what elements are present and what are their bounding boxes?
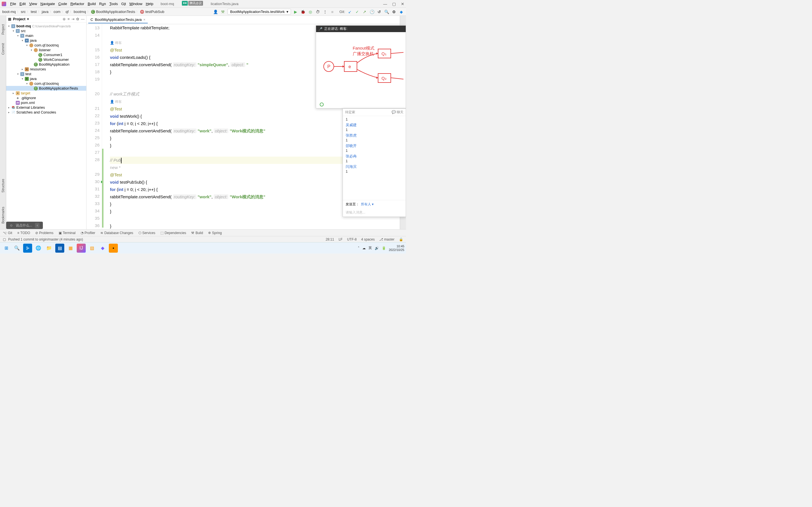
stop-button[interactable]: ■ [330, 10, 335, 14]
tree-java[interactable]: ▾▪java [6, 38, 86, 43]
chat-input[interactable]: 请输入消息... [343, 209, 406, 217]
git-rollback-icon[interactable]: ↺ [377, 10, 382, 14]
tree-main[interactable]: ▾▪main [6, 33, 86, 38]
tw-build[interactable]: ⚒ Build [191, 231, 203, 235]
sidebar-tab-structure[interactable]: Structure [1, 179, 5, 193]
vscode-icon[interactable]: ⊱ [23, 244, 32, 252]
tree-target[interactable]: ▸▪target [6, 91, 86, 96]
menu-help[interactable]: Help [144, 2, 155, 6]
sidebar-tab-bookmarks[interactable]: Bookmarks [1, 207, 5, 224]
menu-file[interactable]: File [8, 2, 18, 6]
tree-src[interactable]: ▾▪src [6, 29, 86, 33]
app-icon[interactable]: ▦ [66, 244, 75, 252]
tree-consumer1[interactable]: CConsumer1 [6, 52, 86, 57]
close-icon[interactable]: ✕ [401, 2, 404, 6]
tw-git[interactable]: ⌥ Git [3, 231, 12, 235]
tree-pom[interactable]: mpom.xml [6, 100, 86, 105]
maximize-icon[interactable]: ▢ [392, 2, 396, 6]
tw-terminal[interactable]: ▣ Terminal [59, 231, 75, 235]
chrome-icon[interactable]: 🌐 [34, 244, 43, 252]
menu-git[interactable]: Git [119, 2, 128, 6]
search-everywhere-icon[interactable]: 🔍 [384, 10, 389, 14]
tw-problems[interactable]: ⊘ Problems [35, 231, 54, 235]
menu-navigate[interactable]: Navigate [39, 2, 56, 6]
select-opened-file-icon[interactable]: ⊕ [63, 17, 66, 21]
meeting-icon[interactable]: ▤ [55, 244, 64, 252]
tw-deps[interactable]: ⬚ Dependencies [160, 231, 186, 235]
settings-icon[interactable]: ⚙ [391, 10, 396, 14]
menu-tools[interactable]: Tools [108, 2, 119, 6]
tree-test-class[interactable]: CBootMqApplicationTests [6, 86, 86, 91]
meeting-chat-panel[interactable]: 待定家💬 聊天 1 吴威建1 张胜虎1 邵晓开1 张必冉1 闫海滨1 发送至：所… [343, 108, 406, 217]
status-encoding[interactable]: UTF-8 [347, 237, 357, 241]
app3-icon[interactable]: ◆ [98, 244, 107, 252]
chevron-down-icon[interactable]: ▾ [27, 17, 29, 21]
send-to-select[interactable]: 所有人 ▾ [361, 202, 373, 207]
crumb-bootmq[interactable]: bootmq [73, 10, 86, 14]
collapse-all-icon[interactable]: ⇥ [71, 17, 74, 21]
assist-bubble[interactable]: ☺ 说点什么... ‹ [6, 222, 43, 229]
settings-gear-icon[interactable]: ✿ [76, 17, 79, 21]
status-linesep[interactable]: LF [339, 237, 343, 241]
menu-view[interactable]: View [28, 2, 39, 6]
tw-profiler[interactable]: ◔ Profiler [81, 231, 95, 235]
status-indent[interactable]: 4 spaces [361, 237, 375, 241]
plugin-icon[interactable]: ◆ [399, 10, 404, 14]
tw-todo[interactable]: ≡ TODO [17, 231, 30, 235]
project-panel-title[interactable]: Project [13, 17, 26, 21]
user-icon[interactable]: 👤 [213, 10, 218, 14]
minimize-icon[interactable]: — [383, 2, 387, 6]
tree-extlib[interactable]: ▸📚External Libraries [6, 105, 86, 110]
volume-icon[interactable]: 🔊 [375, 246, 379, 250]
onedrive-icon[interactable]: ☁ [362, 246, 366, 250]
tree-test[interactable]: ▾▪test [6, 71, 86, 76]
sidebar-tab-commit[interactable]: Commit [1, 43, 5, 55]
clock[interactable]: 10:45 2022/10/25 [389, 244, 404, 252]
run-button[interactable]: ▶ [293, 10, 298, 14]
profile-button[interactable]: ⏱ [315, 10, 320, 14]
search-button[interactable]: 🔍 [12, 244, 21, 252]
menu-window[interactable]: Window [128, 2, 144, 6]
tw-dbchanges[interactable]: ≋ Database Changes [100, 231, 133, 235]
tree-listener[interactable]: ▾listener [6, 48, 86, 52]
expand-all-icon[interactable]: ≡ [67, 17, 70, 21]
battery-icon[interactable]: 🔋 [382, 246, 386, 250]
explorer-icon[interactable]: 📁 [45, 244, 54, 252]
debug-button[interactable]: 🐞 [301, 10, 306, 14]
chat-tab-label[interactable]: 💬 聊天 [392, 110, 403, 115]
more-run-icon[interactable]: ⋮ [322, 10, 327, 14]
crumb-src[interactable]: src [21, 10, 26, 14]
tray-expand-icon[interactable]: ˄ [358, 246, 359, 250]
crumb-com[interactable]: com [54, 10, 61, 14]
git-history-icon[interactable]: 🕑 [369, 10, 374, 14]
tree-test-java[interactable]: ▾▪java [6, 76, 86, 81]
tree-gitignore[interactable]: ◆.gitignore [6, 96, 86, 100]
tw-spring[interactable]: ✲ Spring [208, 231, 222, 235]
run-config-selector[interactable]: BootMqApplicationTests.testWork ▾ [227, 9, 291, 15]
menu-refactor[interactable]: Refactor [69, 2, 86, 6]
tree-pkg[interactable]: ▾com.qf.bootmq [6, 43, 86, 48]
start-button[interactable]: ⊞ [2, 244, 11, 252]
hide-panel-icon[interactable]: — [81, 17, 85, 21]
editor-tab[interactable]: C BootMqApplicationTests.java × [88, 16, 148, 23]
menu-code[interactable]: Code [57, 2, 69, 6]
coverage-button[interactable]: ◎ [308, 10, 313, 14]
crumb-method[interactable]: testPubSub [145, 10, 164, 14]
build-hammer-icon[interactable]: ⚒ [220, 10, 225, 14]
menu-run[interactable]: Run [98, 2, 108, 6]
tree-workconsumer[interactable]: CWorkConsumer [6, 57, 86, 62]
git-update-icon[interactable]: ↙ [347, 10, 352, 14]
crumb-qf[interactable]: qf [65, 10, 68, 14]
git-commit-icon[interactable]: ✓ [355, 10, 360, 14]
line-gutter[interactable]: 1314 1516171819 20 2122232425262728 29 3… [87, 24, 102, 229]
sidebar-tab-project[interactable]: Project [1, 24, 5, 35]
intellij-icon[interactable]: IJ [77, 244, 86, 252]
chat-messages[interactable]: 1 吴威建1 张胜虎1 邵晓开1 张必冉1 闫海滨1 [343, 116, 406, 200]
ime-indicator[interactable]: 英 [368, 245, 372, 250]
tw-services[interactable]: ⬡ Services [139, 231, 155, 235]
crumb-java[interactable]: java [42, 10, 49, 14]
crumb-class[interactable]: BootMqApplicationTests [96, 10, 135, 14]
tree-resources[interactable]: ▸▪resources [6, 67, 86, 71]
status-toggle-icon[interactable]: ▢ [3, 237, 6, 241]
tree-root[interactable]: ▾▪boot-mq C:\Users\zed\IdeaProjects\b [6, 24, 86, 29]
